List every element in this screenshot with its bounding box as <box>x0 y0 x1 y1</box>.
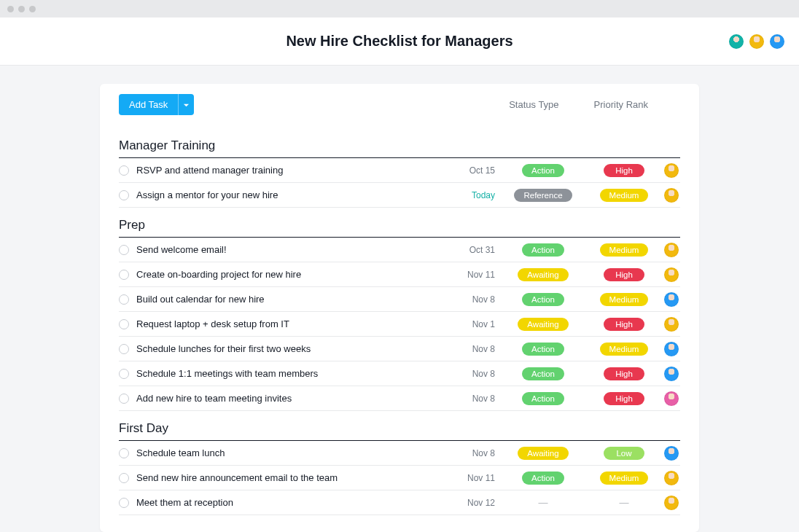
priority-column-header: Priority Rank <box>594 99 648 110</box>
priority-cell[interactable]: Medium <box>599 343 650 356</box>
task-row[interactable]: Schedule lunches for their first two wee… <box>119 337 680 361</box>
status-cell[interactable]: Awaiting <box>514 268 572 281</box>
section-title[interactable]: Prep <box>119 208 680 238</box>
header-avatar[interactable] <box>748 33 765 50</box>
assignee-avatar <box>663 366 679 382</box>
priority-cell[interactable]: — <box>599 497 650 508</box>
task-title: RSVP and attend manager training <box>136 165 283 176</box>
window-dot-close[interactable] <box>7 6 14 12</box>
complete-checkbox[interactable] <box>119 294 129 305</box>
priority-cell[interactable]: High <box>599 318 650 331</box>
complete-checkbox[interactable] <box>119 473 129 483</box>
priority-cell[interactable]: High <box>599 392 650 405</box>
task-row[interactable]: RSVP and attend manager trainingOct 15Ac… <box>119 158 680 183</box>
assignee-cell[interactable] <box>663 242 680 258</box>
assignee-cell[interactable] <box>663 470 680 486</box>
task-title: Add new hire to team meeting invites <box>136 393 292 404</box>
status-cell[interactable]: Action <box>514 367 572 380</box>
task-row[interactable]: Assign a mentor for your new hireTodayRe… <box>119 183 680 208</box>
task-row[interactable]: Request laptop + desk setup from ITNov 1… <box>119 312 680 337</box>
priority-cell[interactable]: High <box>599 164 650 177</box>
assignee-cell[interactable] <box>663 187 680 203</box>
assignee-avatar <box>663 163 679 179</box>
assignee-cell[interactable] <box>663 495 680 511</box>
status-cell[interactable]: Awaiting <box>514 318 572 331</box>
status-cell[interactable]: Action <box>514 343 572 356</box>
add-task-dropdown[interactable] <box>178 94 194 115</box>
complete-checkbox[interactable] <box>119 165 129 176</box>
assignee-cell[interactable] <box>663 267 680 283</box>
task-due-date[interactable]: Nov 1 <box>453 319 495 329</box>
section-title[interactable]: First Day <box>119 411 680 441</box>
priority-pill: High <box>604 318 644 331</box>
task-due-date[interactable]: Oct 15 <box>453 165 495 176</box>
task-due-date[interactable]: Nov 12 <box>453 498 495 508</box>
task-row[interactable]: Meet them at receptionNov 12—— <box>119 490 680 515</box>
complete-checkbox[interactable] <box>119 344 129 354</box>
priority-cell[interactable]: Medium <box>599 293 650 306</box>
task-title: Schedule team lunch <box>136 447 225 458</box>
status-cell[interactable]: Awaiting <box>514 447 572 460</box>
task-row[interactable]: Create on-boarding project for new hireN… <box>119 262 680 287</box>
task-due-date[interactable]: Today <box>453 190 495 200</box>
status-cell[interactable]: — <box>514 497 572 508</box>
assignee-cell[interactable] <box>663 163 680 179</box>
assignee-cell[interactable] <box>663 341 680 357</box>
toolbar: Add Task Status Type Priority Rank <box>119 94 680 115</box>
status-cell[interactable]: Action <box>514 472 572 485</box>
priority-cell[interactable]: Medium <box>599 472 650 485</box>
assignee-cell[interactable] <box>663 391 680 407</box>
task-due-date[interactable]: Nov 8 <box>453 369 495 379</box>
complete-checkbox[interactable] <box>119 190 129 200</box>
section-title[interactable]: Manager Training <box>119 128 680 158</box>
task-due-date[interactable]: Nov 8 <box>453 448 495 458</box>
assignee-cell[interactable] <box>663 316 680 332</box>
priority-cell[interactable]: Medium <box>599 189 650 202</box>
complete-checkbox[interactable] <box>119 448 129 458</box>
header-avatar[interactable] <box>768 33 786 50</box>
assignee-cell[interactable] <box>663 292 680 308</box>
task-due-date[interactable]: Nov 8 <box>453 394 495 404</box>
window-dot-minimize[interactable] <box>18 6 25 12</box>
assignee-cell[interactable] <box>663 445 680 461</box>
complete-checkbox[interactable] <box>119 394 129 404</box>
priority-cell[interactable]: Low <box>599 447 650 460</box>
window-dot-maximize[interactable] <box>29 6 36 12</box>
task-row[interactable]: Schedule team lunchNov 8AwaitingLow <box>119 441 680 466</box>
status-column-header: Status Type <box>509 99 558 110</box>
complete-checkbox[interactable] <box>119 245 129 255</box>
task-due-date[interactable]: Nov 8 <box>453 344 495 354</box>
status-cell[interactable]: Action <box>514 392 572 405</box>
task-row[interactable]: Send welcome email!Oct 31ActionMedium <box>119 238 680 262</box>
status-cell[interactable]: Reference <box>514 189 572 202</box>
priority-cell[interactable]: Medium <box>599 243 650 257</box>
page-title: New Hire Checklist for Managers <box>286 33 512 50</box>
complete-checkbox[interactable] <box>119 319 129 329</box>
status-cell[interactable]: Action <box>514 293 572 306</box>
status-pill: Reference <box>514 189 572 202</box>
status-pill: Action <box>522 472 564 485</box>
task-due-date[interactable]: Nov 11 <box>453 473 495 483</box>
task-due-date[interactable]: Nov 8 <box>453 294 495 305</box>
complete-checkbox[interactable] <box>119 498 129 508</box>
assignee-cell[interactable] <box>663 366 680 382</box>
status-cell[interactable]: Action <box>514 164 572 177</box>
priority-cell[interactable]: High <box>599 367 650 380</box>
header-avatar[interactable] <box>728 33 745 50</box>
status-cell[interactable]: Action <box>514 243 572 257</box>
task-row[interactable]: Build out calendar for new hireNov 8Acti… <box>119 287 680 312</box>
task-row[interactable]: Schedule 1:1 meetings with team membersN… <box>119 361 680 386</box>
priority-cell[interactable]: High <box>599 268 650 281</box>
status-pill: Awaiting <box>518 447 568 460</box>
task-due-date[interactable]: Oct 31 <box>453 245 495 255</box>
chevron-down-icon <box>183 98 190 112</box>
complete-checkbox[interactable] <box>119 270 129 280</box>
add-task-button[interactable]: Add Task <box>119 94 178 115</box>
task-due-date[interactable]: Nov 11 <box>453 270 495 280</box>
assignee-avatar <box>663 445 679 461</box>
task-row[interactable]: Send new hire announcement email to the … <box>119 466 680 490</box>
task-row[interactable]: Add new hire to team meeting invitesNov … <box>119 386 680 411</box>
task-title: Request laptop + desk setup from IT <box>136 318 289 329</box>
task-title: Create on-boarding project for new hire <box>136 269 301 280</box>
complete-checkbox[interactable] <box>119 369 129 379</box>
